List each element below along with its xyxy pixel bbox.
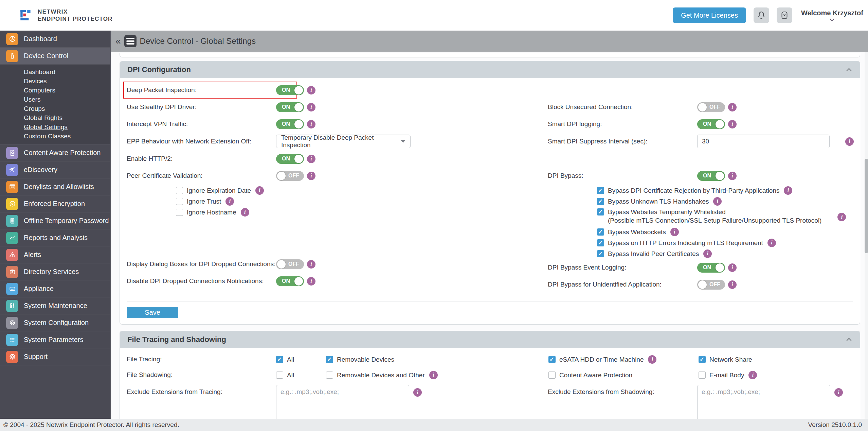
sidebar-item-alerts[interactable]: Alerts	[0, 246, 110, 263]
info-icon[interactable]: i	[845, 137, 854, 146]
sidebar-item-label: Content Aware Protection	[24, 149, 101, 157]
info-icon[interactable]: i	[307, 277, 315, 286]
sidebar-item-system-parameters[interactable]: System Parameters	[0, 331, 110, 348]
account-button[interactable]	[777, 7, 792, 23]
notifications-button[interactable]	[754, 7, 769, 23]
sidebar-item-directory-services[interactable]: Directory Services	[0, 263, 110, 280]
info-icon[interactable]: i	[834, 388, 843, 397]
info-icon[interactable]: i	[767, 239, 776, 247]
info-icon[interactable]: i	[748, 371, 757, 379]
file-tracing-header[interactable]: File Tracing and Shadowing	[120, 331, 860, 348]
smart-dpi-logging-toggle[interactable]: ON	[697, 119, 725, 129]
exclude-shadowing-textarea[interactable]	[697, 385, 830, 419]
display-dialog-toggle[interactable]: OFF	[276, 259, 304, 269]
info-icon[interactable]: i	[713, 197, 722, 206]
collapse-sidebar-icon[interactable]: «	[115, 36, 121, 46]
info-icon[interactable]: i	[241, 208, 249, 217]
checkbox-ignore-expiration-date[interactable]: Ignore Expiration Date i	[176, 185, 548, 196]
info-icon[interactable]: i	[728, 120, 737, 128]
topbar-actions: Get More Licenses Welcome Krzysztof	[673, 7, 863, 23]
checkbox-ignore-hostname[interactable]: Ignore Hostname i	[176, 207, 548, 218]
info-icon[interactable]: i	[307, 172, 315, 180]
sidebar-item-device-control[interactable]: Device Control	[0, 48, 110, 65]
use-stealthy-dpi-toggle[interactable]: ON	[276, 102, 304, 112]
info-icon[interactable]: i	[728, 263, 737, 272]
info-icon[interactable]: i	[703, 249, 712, 258]
sidebar-item-enforced-encryption[interactable]: Enforced Encryption	[0, 195, 110, 212]
info-icon[interactable]: i	[670, 228, 679, 236]
info-icon[interactable]: i	[307, 155, 315, 163]
block-unsecured-toggle[interactable]: OFF	[697, 102, 725, 112]
checkbox-bypass-invalid-peer[interactable]: Bypass Invalid Peer Certificates i	[597, 248, 854, 259]
info-icon[interactable]: i	[413, 388, 422, 397]
scrollbar-thumb[interactable]	[865, 159, 868, 253]
menu-icon[interactable]	[124, 35, 137, 47]
dpi-bypass-toggle[interactable]: ON	[697, 171, 725, 181]
sidebar-item-label: System Parameters	[24, 336, 84, 344]
checkbox-bypass-http-errors[interactable]: Bypass on HTTP Errors Indicating mTLS Re…	[597, 237, 854, 248]
intercept-vpn-toggle[interactable]: ON	[276, 119, 304, 129]
toggle-knob	[294, 277, 303, 286]
dpi-bypass-event-logging-toggle[interactable]: ON	[697, 263, 725, 273]
info-icon[interactable]: i	[784, 186, 792, 195]
submenu-item-global-settings[interactable]: Global Settings	[24, 122, 68, 132]
checkbox-ignore-trust[interactable]: Ignore Trust i	[176, 196, 548, 207]
submenu-item-global-rights[interactable]: Global Rights	[24, 113, 62, 122]
peer-cert-validation-toggle[interactable]: OFF	[276, 171, 304, 181]
smart-dpi-suppress-input[interactable]	[697, 135, 830, 148]
checkbox-bypass-websites-whitelisted[interactable]: Bypass Websites Temporarily Whitelisted …	[597, 207, 854, 226]
disable-notifications-toggle[interactable]: ON	[276, 276, 304, 286]
sidebar-item-support[interactable]: Support	[0, 348, 110, 365]
sidebar-item-ediscovery[interactable]: eDiscovery	[0, 161, 110, 178]
submenu-item-groups[interactable]: Groups	[24, 104, 45, 113]
submenu-item-computers[interactable]: Computers	[24, 86, 55, 95]
info-icon[interactable]: i	[648, 355, 656, 364]
info-icon[interactable]: i	[728, 280, 737, 289]
info-icon[interactable]: i	[837, 213, 846, 221]
info-icon[interactable]: i	[225, 197, 234, 206]
sidebar-item-system-maintenance[interactable]: System Maintenance	[0, 297, 110, 314]
checkbox-shadowing-content-aware[interactable]: Content Aware Protection	[548, 369, 699, 380]
info-icon[interactable]: i	[728, 103, 737, 111]
submenu-item-users[interactable]: Users	[24, 95, 41, 104]
toggle-knob	[294, 155, 303, 163]
dpi-configuration-header[interactable]: DPI Configuration	[120, 61, 860, 78]
checkbox-bypass-cert-rejection[interactable]: Bypass DPI Certificate Rejection by Thir…	[597, 185, 854, 196]
info-icon[interactable]: i	[307, 86, 315, 94]
info-icon[interactable]: i	[307, 260, 315, 269]
checkbox-tracing-all[interactable]: All	[276, 354, 326, 365]
sidebar-item-content-aware-protection[interactable]: Content Aware Protection	[0, 144, 110, 161]
deep-packet-inspection-toggle[interactable]: ON	[276, 85, 304, 95]
sidebar-item-appliance[interactable]: Appliance	[0, 280, 110, 297]
checkbox-tracing-esata[interactable]: eSATA HDD or Time Machine i	[548, 354, 699, 365]
vertical-scrollbar[interactable]	[865, 52, 868, 419]
user-menu[interactable]: Welcome Krzysztof	[801, 9, 863, 22]
submenu-item-dashboard[interactable]: Dashboard	[24, 67, 55, 76]
checkbox-tracing-network-share[interactable]: Network Share	[699, 354, 752, 365]
enable-http2-toggle[interactable]: ON	[276, 154, 304, 164]
sidebar-item-system-configuration[interactable]: System Configuration	[0, 314, 110, 331]
dpi-bypass-unidentified-toggle[interactable]: OFF	[697, 280, 725, 290]
get-more-licenses-button[interactable]: Get More Licenses	[673, 7, 746, 23]
save-button[interactable]: Save	[127, 307, 178, 318]
checkbox-shadowing-all[interactable]: All	[276, 369, 326, 380]
info-icon[interactable]: i	[255, 186, 264, 195]
info-icon[interactable]: i	[307, 120, 315, 128]
sidebar-item-reports-analysis[interactable]: Reports and Analysis	[0, 229, 110, 246]
tools-icon	[6, 300, 18, 312]
exclude-tracing-textarea[interactable]	[276, 385, 409, 419]
info-icon[interactable]: i	[429, 371, 438, 379]
epp-behaviour-dropdown[interactable]: Temporary Disable Deep Packet Inspection	[276, 135, 411, 148]
sidebar-item-offline-temporary-password[interactable]: Offline Temporary Password	[0, 212, 110, 229]
checkbox-shadowing-removable-other[interactable]: Removable Devices and Other i	[326, 369, 548, 380]
info-icon[interactable]: i	[728, 172, 737, 180]
checkbox-bypass-websockets[interactable]: Bypass Websockets i	[597, 226, 854, 237]
checkbox-shadowing-email-body[interactable]: E-mail Body i	[699, 369, 757, 380]
info-icon[interactable]: i	[307, 103, 315, 111]
sidebar-item-denylists-allowlists[interactable]: Denylists and Allowlists	[0, 178, 110, 195]
checkbox-tracing-removable-devices[interactable]: Removable Devices	[326, 354, 548, 365]
sidebar-item-dashboard[interactable]: Dashboard	[0, 31, 110, 48]
submenu-item-custom-classes[interactable]: Custom Classes	[24, 132, 71, 141]
checkbox-bypass-unknown-tls[interactable]: Bypass Unknown TLS Handshakes i	[597, 196, 854, 207]
submenu-item-devices[interactable]: Devices	[24, 76, 47, 86]
